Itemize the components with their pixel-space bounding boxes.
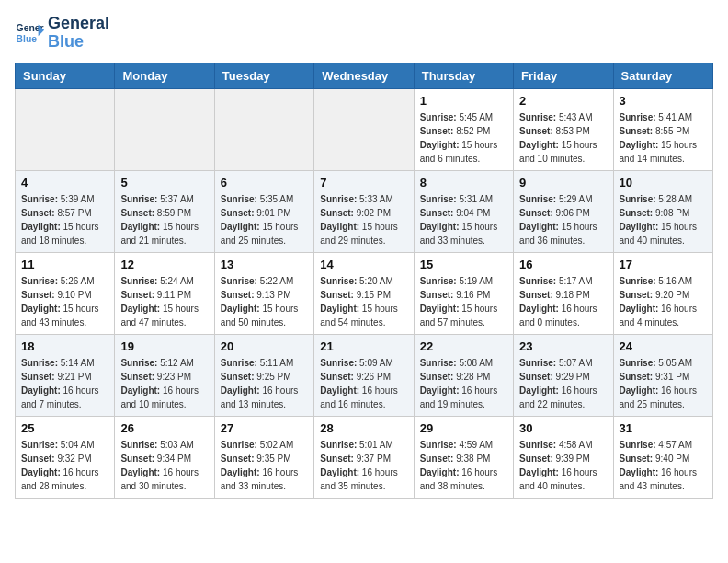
calendar-cell: 30Sunrise: 4:58 AMSunset: 9:39 PMDayligh… xyxy=(514,416,613,498)
day-number: 12 xyxy=(120,258,208,271)
weekday-header-thursday: Thursday xyxy=(414,63,513,88)
calendar-cell: 26Sunrise: 5:03 AMSunset: 9:34 PMDayligh… xyxy=(115,416,214,498)
day-number: 6 xyxy=(221,176,308,190)
calendar-week-row: 1Sunrise: 5:45 AMSunset: 8:52 PMDaylight… xyxy=(16,88,713,170)
weekday-header-friday: Friday xyxy=(514,63,613,88)
day-number: 8 xyxy=(420,176,507,190)
day-number: 28 xyxy=(320,421,407,435)
calendar-cell: 14Sunrise: 5:20 AMSunset: 9:15 PMDayligh… xyxy=(314,252,414,334)
day-detail: Sunrise: 5:19 AMSunset: 9:16 PMDaylight:… xyxy=(420,274,507,329)
day-detail: Sunrise: 5:41 AMSunset: 8:55 PMDaylight:… xyxy=(620,110,707,166)
day-detail: Sunrise: 5:08 AMSunset: 9:28 PMDaylight:… xyxy=(420,356,507,411)
calendar-cell: 31Sunrise: 4:57 AMSunset: 9:40 PMDayligh… xyxy=(613,416,712,498)
calendar-week-row: 18Sunrise: 5:14 AMSunset: 9:21 PMDayligh… xyxy=(16,334,713,416)
calendar-cell: 15Sunrise: 5:19 AMSunset: 9:16 PMDayligh… xyxy=(414,252,513,334)
day-number: 13 xyxy=(221,258,308,271)
day-number: 17 xyxy=(620,258,707,271)
calendar-cell: 5Sunrise: 5:37 AMSunset: 8:59 PMDaylight… xyxy=(115,170,214,252)
day-number: 3 xyxy=(620,94,707,108)
day-detail: Sunrise: 5:28 AMSunset: 9:08 PMDaylight:… xyxy=(620,192,707,247)
calendar-cell: 13Sunrise: 5:22 AMSunset: 9:13 PMDayligh… xyxy=(214,252,313,334)
calendar-cell: 23Sunrise: 5:07 AMSunset: 9:29 PMDayligh… xyxy=(514,334,613,416)
calendar-cell: 16Sunrise: 5:17 AMSunset: 9:18 PMDayligh… xyxy=(514,252,613,334)
calendar-cell: 2Sunrise: 5:43 AMSunset: 8:53 PMDaylight… xyxy=(514,88,613,170)
calendar-cell xyxy=(214,88,313,170)
day-detail: Sunrise: 5:14 AMSunset: 9:21 PMDaylight:… xyxy=(21,356,108,411)
calendar-cell: 18Sunrise: 5:14 AMSunset: 9:21 PMDayligh… xyxy=(16,334,115,416)
day-number: 9 xyxy=(519,176,607,190)
calendar-cell: 11Sunrise: 5:26 AMSunset: 9:10 PMDayligh… xyxy=(16,252,115,334)
day-number: 29 xyxy=(420,421,507,435)
calendar-cell: 27Sunrise: 5:02 AMSunset: 9:35 PMDayligh… xyxy=(214,416,313,498)
calendar-table: SundayMondayTuesdayWednesdayThursdayFrid… xyxy=(15,63,713,499)
day-number: 20 xyxy=(221,339,308,353)
day-number: 10 xyxy=(620,176,707,190)
day-detail: Sunrise: 5:03 AMSunset: 9:34 PMDaylight:… xyxy=(120,438,208,493)
calendar-cell: 8Sunrise: 5:31 AMSunset: 9:04 PMDaylight… xyxy=(414,170,513,252)
day-detail: Sunrise: 5:01 AMSunset: 9:37 PMDaylight:… xyxy=(320,438,407,493)
calendar-week-row: 25Sunrise: 5:04 AMSunset: 9:32 PMDayligh… xyxy=(16,416,713,498)
calendar-cell: 21Sunrise: 5:09 AMSunset: 9:26 PMDayligh… xyxy=(314,334,414,416)
day-detail: Sunrise: 5:17 AMSunset: 9:18 PMDaylight:… xyxy=(519,274,607,329)
svg-text:Blue: Blue xyxy=(17,33,38,43)
weekday-header-tuesday: Tuesday xyxy=(214,63,313,88)
day-number: 16 xyxy=(519,258,607,271)
calendar-cell: 1Sunrise: 5:45 AMSunset: 8:52 PMDaylight… xyxy=(414,88,513,170)
calendar-cell xyxy=(115,88,214,170)
calendar-cell: 29Sunrise: 4:59 AMSunset: 9:38 PMDayligh… xyxy=(414,416,513,498)
weekday-header-monday: Monday xyxy=(115,63,214,88)
day-number: 30 xyxy=(519,421,607,435)
day-detail: Sunrise: 5:20 AMSunset: 9:15 PMDaylight:… xyxy=(320,274,407,329)
calendar-cell: 4Sunrise: 5:39 AMSunset: 8:57 PMDaylight… xyxy=(16,170,115,252)
day-number: 27 xyxy=(221,421,308,435)
calendar-cell: 12Sunrise: 5:24 AMSunset: 9:11 PMDayligh… xyxy=(115,252,214,334)
day-detail: Sunrise: 5:29 AMSunset: 9:06 PMDaylight:… xyxy=(519,192,607,247)
day-number: 4 xyxy=(21,176,108,190)
calendar-cell: 3Sunrise: 5:41 AMSunset: 8:55 PMDaylight… xyxy=(613,88,712,170)
day-detail: Sunrise: 5:04 AMSunset: 9:32 PMDaylight:… xyxy=(21,438,108,493)
weekday-header-saturday: Saturday xyxy=(613,63,712,88)
logo-icon: General Blue xyxy=(15,18,44,48)
day-detail: Sunrise: 4:58 AMSunset: 9:39 PMDaylight:… xyxy=(519,438,607,493)
day-detail: Sunrise: 5:33 AMSunset: 9:02 PMDaylight:… xyxy=(320,192,407,247)
day-detail: Sunrise: 5:05 AMSunset: 9:31 PMDaylight:… xyxy=(620,356,707,411)
calendar-cell xyxy=(16,88,115,170)
calendar-week-row: 11Sunrise: 5:26 AMSunset: 9:10 PMDayligh… xyxy=(16,252,713,334)
weekday-header-sunday: Sunday xyxy=(16,63,115,88)
weekday-header-wednesday: Wednesday xyxy=(314,63,414,88)
calendar-cell xyxy=(314,88,414,170)
day-detail: Sunrise: 5:22 AMSunset: 9:13 PMDaylight:… xyxy=(221,274,308,329)
day-detail: Sunrise: 4:57 AMSunset: 9:40 PMDaylight:… xyxy=(620,438,707,493)
day-detail: Sunrise: 5:26 AMSunset: 9:10 PMDaylight:… xyxy=(21,274,108,329)
day-detail: Sunrise: 5:12 AMSunset: 9:23 PMDaylight:… xyxy=(120,356,208,411)
day-detail: Sunrise: 5:31 AMSunset: 9:04 PMDaylight:… xyxy=(420,192,507,247)
calendar-cell: 22Sunrise: 5:08 AMSunset: 9:28 PMDayligh… xyxy=(414,334,513,416)
day-number: 19 xyxy=(120,339,208,353)
day-detail: Sunrise: 5:07 AMSunset: 9:29 PMDaylight:… xyxy=(519,356,607,411)
day-number: 1 xyxy=(420,94,507,108)
day-number: 21 xyxy=(320,339,407,353)
day-number: 2 xyxy=(519,94,607,108)
day-number: 11 xyxy=(21,258,108,271)
day-detail: Sunrise: 5:39 AMSunset: 8:57 PMDaylight:… xyxy=(21,192,108,247)
logo-text: GeneralBlue xyxy=(48,15,109,52)
day-detail: Sunrise: 5:35 AMSunset: 9:01 PMDaylight:… xyxy=(221,192,308,247)
day-detail: Sunrise: 5:43 AMSunset: 8:53 PMDaylight:… xyxy=(519,110,607,166)
calendar-cell: 19Sunrise: 5:12 AMSunset: 9:23 PMDayligh… xyxy=(115,334,214,416)
calendar-cell: 28Sunrise: 5:01 AMSunset: 9:37 PMDayligh… xyxy=(314,416,414,498)
day-number: 31 xyxy=(620,421,707,435)
day-number: 18 xyxy=(21,339,108,353)
day-number: 22 xyxy=(420,339,507,353)
calendar-cell: 17Sunrise: 5:16 AMSunset: 9:20 PMDayligh… xyxy=(613,252,712,334)
calendar-week-row: 4Sunrise: 5:39 AMSunset: 8:57 PMDaylight… xyxy=(16,170,713,252)
day-detail: Sunrise: 5:02 AMSunset: 9:35 PMDaylight:… xyxy=(221,438,308,493)
day-detail: Sunrise: 5:37 AMSunset: 8:59 PMDaylight:… xyxy=(120,192,208,247)
day-number: 14 xyxy=(320,258,407,271)
calendar-cell: 25Sunrise: 5:04 AMSunset: 9:32 PMDayligh… xyxy=(16,416,115,498)
logo: General Blue GeneralBlue xyxy=(15,15,109,52)
calendar-cell: 9Sunrise: 5:29 AMSunset: 9:06 PMDaylight… xyxy=(514,170,613,252)
calendar-cell: 20Sunrise: 5:11 AMSunset: 9:25 PMDayligh… xyxy=(214,334,313,416)
calendar-cell: 24Sunrise: 5:05 AMSunset: 9:31 PMDayligh… xyxy=(613,334,712,416)
day-number: 15 xyxy=(420,258,507,271)
day-detail: Sunrise: 5:16 AMSunset: 9:20 PMDaylight:… xyxy=(620,274,707,329)
